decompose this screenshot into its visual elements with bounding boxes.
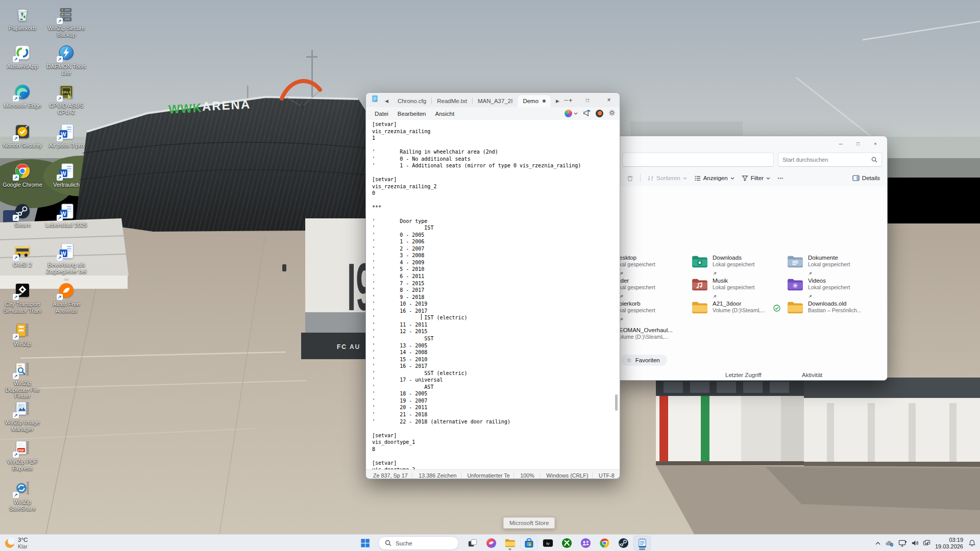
onedrive-cloud-icon[interactable]: [885, 540, 894, 547]
scrollbar-thumb[interactable]: [615, 394, 618, 411]
sort-icon: [647, 175, 654, 182]
notepad-text-content[interactable]: [setvar] vis_rzeznia_railing 1 ' Railing…: [366, 120, 620, 469]
taskbar-people-button[interactable]: [577, 536, 594, 550]
notepad-close-button[interactable]: ×: [598, 93, 620, 107]
desktop-icon-label: WinZip Secure Backup: [45, 25, 88, 38]
desktop-icon-bewerbung-als-zugbegleiter-bei[interactable]: W↗Bewerbung als Zugbegleiter bei ...: [45, 242, 88, 281]
explorer-tile-musik[interactable]: MusikLokal gespeichert: [691, 278, 754, 301]
more-options-button[interactable]: ⋯: [774, 172, 788, 184]
taskbar-steam-button[interactable]: [615, 536, 632, 550]
tray-clock[interactable]: 03:19 19.03.2026: [935, 537, 963, 549]
desktop-icon-winzip-pdf-express[interactable]: PDF↗WinZip PDF Express: [1, 439, 44, 471]
notepad-tab-man-a37-2i[interactable]: MAN_A37_2I: [473, 95, 518, 107]
explorer-minimize-button[interactable]: ─: [832, 138, 849, 149]
filter-button[interactable]: Filter: [738, 173, 774, 184]
notepad-tab-demo[interactable]: Demo: [518, 95, 551, 107]
explorer-tile-eoman-overhaul[interactable]: EOMAN_Overhaul...olume (D:)\SteamL...: [619, 327, 673, 340]
menu-ansicht[interactable]: Ansicht: [430, 109, 459, 118]
winzip-image-manager-icon: ↗: [13, 399, 32, 418]
people-icon: [580, 537, 592, 549]
menu-datei[interactable]: Datei: [370, 109, 393, 118]
favorites-section-header[interactable]: ☆ Favoriten: [621, 355, 667, 366]
winzip-safeshare-icon: ↗: [13, 479, 32, 497]
taskbar-chrome-button[interactable]: [596, 536, 613, 550]
notification-bell-icon[interactable]: [968, 539, 976, 547]
notepad-tab-readme-txt[interactable]: ReadMe.txt: [432, 95, 472, 107]
shortcut-arrow-icon: ↗: [57, 215, 63, 221]
explorer-tile-pierkorb[interactable]: pierkorbkal gespeichert: [619, 300, 655, 324]
taskbar-search-box[interactable]: Suche: [378, 536, 459, 550]
desktop-icon-air-pdos-3-pro[interactable]: W↗Air pdos 3 pro: [45, 122, 88, 149]
explorer-maximize-button[interactable]: □: [849, 138, 867, 149]
desktop-icon-vertraulich[interactable]: W↗Vertraulich: [45, 162, 88, 188]
taskbar-apple-tv-button[interactable]: tv: [539, 536, 556, 550]
explorer-tile-dokumente[interactable]: DokumenteLokal gespeichert: [787, 255, 850, 278]
daemon-tools-lite-icon: ↗: [57, 43, 76, 62]
taskbar-notepad-button[interactable]: [633, 536, 651, 550]
address-bar[interactable]: [622, 153, 774, 167]
explorer-tile-a21-3door[interactable]: A21_3doorVolume (D:)\SteamL...: [691, 300, 765, 317]
taskbar-xbox-button[interactable]: [558, 536, 575, 550]
shortcut-arrow-icon: ↗: [13, 412, 19, 418]
taskbar-start-button[interactable]: [356, 536, 374, 550]
explorer-tile-videos[interactable]: VideosLokal gespeichert: [787, 278, 850, 301]
display-device-icon[interactable]: [898, 540, 907, 547]
account-avatar[interactable]: [596, 110, 603, 117]
text-caret: [421, 314, 422, 320]
desktop-icon-microsoft-edge[interactable]: ↗Microsoft Edge: [1, 83, 44, 109]
explorer-tile-downloads[interactable]: DownloadsLokal gespeichert: [691, 255, 754, 278]
desktop-icon-winzip-image-manager[interactable]: ↗WinZip Image Manager: [1, 399, 44, 432]
desktop-icon-steam[interactable]: ↗Steam: [1, 202, 44, 229]
desktop-icon-google-chrome[interactable]: ↗Google Chrome: [1, 162, 44, 188]
copilot-button[interactable]: [565, 110, 578, 117]
explorer-close-button[interactable]: ×: [867, 138, 884, 149]
desktop-icon-ausweisapp[interactable]: ↗AusweisApp: [1, 43, 44, 70]
taskbar-copilot-button[interactable]: [482, 536, 500, 550]
tray-expand-chevron-icon[interactable]: [875, 541, 881, 545]
desktop-icon-label: Steam: [14, 222, 31, 229]
desktop-icon-city-transport-simulator-tram[interactable]: ↗City Transport Simulator Tram: [1, 281, 44, 314]
explorer-tile-esktop[interactable]: esktopkal gespeichert: [619, 255, 655, 278]
notepad-tab-chrono-cfg[interactable]: Chrono.cfg: [393, 95, 431, 107]
notepad-minimize-button[interactable]: ─: [555, 93, 577, 107]
volume-speaker-icon[interactable]: [911, 540, 919, 546]
desktop-icon-norton-security[interactable]: ↗Norton Security: [1, 122, 44, 149]
editor-scrollbar[interactable]: [613, 120, 619, 469]
desktop-icon-winzip[interactable]: ↗WinZip: [1, 321, 44, 347]
details-pane-icon: [852, 175, 860, 181]
column-header-activity[interactable]: Aktivität: [802, 372, 822, 378]
weather-widget[interactable]: 3°C Klar: [5, 535, 28, 551]
column-header-last-access[interactable]: Letzter Zugriff: [725, 372, 762, 378]
taskbar-task-view-button[interactable]: [463, 536, 481, 550]
desktop-icon-papierkorb[interactable]: Papierkorb: [1, 5, 44, 32]
desktop-icon-omsi-2[interactable]: ↗OMSI 2: [1, 242, 44, 268]
delete-button[interactable]: [623, 173, 637, 184]
notepad-editor[interactable]: [setvar] vis_rzeznia_railing 1 ' Railing…: [366, 120, 620, 469]
tab-scroll-left-button[interactable]: ◀: [385, 98, 388, 104]
desktop-icon-label: WinZip: [14, 341, 31, 347]
notepad-maximize-button[interactable]: □: [577, 93, 598, 107]
menu-bearbeiten[interactable]: Bearbeiten: [393, 109, 431, 118]
desktop-icon-winzip-safeshare[interactable]: ↗WinZip SafeShare: [1, 479, 44, 512]
desktop-icon-lebenslauf-2025[interactable]: W↗Lebenslauf 2025: [45, 202, 88, 229]
explorer-tile-lder[interactable]: lderkal gespeichert: [619, 278, 655, 301]
taskbar-file-explorer-button[interactable]: [501, 536, 519, 550]
view-button[interactable]: Anzeigen: [691, 173, 738, 184]
settings-gear-icon[interactable]: [608, 109, 616, 118]
pen-windows-ink-icon[interactable]: [923, 540, 931, 546]
explorer-tile-downloads-old[interactable]: Downloads.oldBastian – Persönlich...: [787, 300, 861, 317]
taskbar-microsoft-store-button[interactable]: [520, 536, 537, 550]
desktop-icon-winzip-duplicate-file-finder[interactable]: ↗WinZip Duplicate File Finder: [1, 360, 44, 399]
search-placeholder: Start durchsuchen: [782, 157, 828, 163]
desktop-icon-cpuid-asus-cpu-z[interactable]: CPU-Z↗CPUID ASUS CPU-Z: [45, 83, 88, 115]
explorer-search-box[interactable]: Start durchsuchen: [778, 153, 882, 167]
sort-button[interactable]: Sortieren: [644, 173, 691, 184]
desktop-icon-winzip-secure-backup[interactable]: ↗WinZip Secure Backup: [45, 5, 88, 38]
desktop-icon-avast-free-antivirus[interactable]: ↗Avast Free Antivirus: [45, 281, 88, 314]
desktop-icon-daemon-tools-lite[interactable]: ↗DAEMON Tools Lite: [45, 43, 88, 76]
shortcut-arrow-icon: ↗: [57, 174, 63, 181]
feedback-megaphone-icon[interactable]: [583, 109, 591, 118]
weather-condition: Klar: [18, 543, 28, 549]
details-pane-button[interactable]: Details: [852, 175, 880, 181]
pin-icon: [808, 271, 813, 276]
